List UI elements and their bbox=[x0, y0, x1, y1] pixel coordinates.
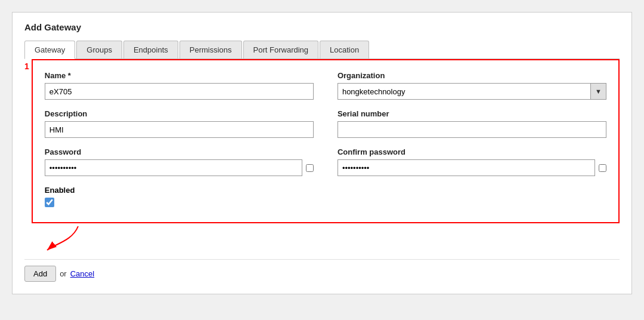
tab-bar: Gateway Groups Endpoints Permissions Por… bbox=[24, 41, 620, 59]
dropdown-arrow-icon: ▼ bbox=[590, 84, 606, 99]
cancel-link[interactable]: Cancel bbox=[70, 269, 94, 278]
form-footer: Add or Cancel bbox=[24, 259, 620, 282]
gateway-form-panel: Name * Organization hongketechnology ▼ bbox=[32, 59, 620, 223]
tab-permissions[interactable]: Permissions bbox=[179, 41, 242, 59]
name-label: Name * bbox=[45, 71, 314, 80]
password-show-checkbox[interactable] bbox=[306, 164, 314, 172]
annotation-arrow bbox=[42, 223, 114, 256]
tab-location[interactable]: Location bbox=[320, 41, 369, 59]
tab-port-forwarding[interactable]: Port Forwarding bbox=[243, 41, 318, 59]
serial-number-input[interactable] bbox=[338, 121, 606, 138]
tab-endpoints[interactable]: Endpoints bbox=[123, 41, 178, 59]
enabled-checkbox[interactable] bbox=[45, 198, 54, 207]
tab-groups[interactable]: Groups bbox=[76, 41, 122, 59]
add-button[interactable]: Add bbox=[24, 266, 56, 282]
enabled-field-group: Enabled bbox=[45, 186, 606, 209]
name-field-group: Name * bbox=[45, 71, 314, 100]
serial-number-label: Serial number bbox=[338, 109, 606, 118]
description-field-group: Description bbox=[45, 109, 314, 138]
organization-select-wrapper[interactable]: hongketechnology ▼ bbox=[338, 83, 606, 100]
enabled-label: Enabled bbox=[45, 186, 606, 195]
name-input[interactable] bbox=[45, 83, 314, 100]
step-number: 1 bbox=[24, 61, 29, 71]
organization-label: Organization bbox=[338, 71, 606, 80]
description-label: Description bbox=[45, 109, 314, 118]
confirm-password-input[interactable] bbox=[338, 159, 595, 176]
password-label: Password bbox=[45, 147, 314, 156]
description-input[interactable] bbox=[45, 121, 314, 138]
tab-gateway[interactable]: Gateway bbox=[24, 41, 75, 59]
confirm-password-input-wrapper bbox=[338, 159, 606, 176]
serial-number-field-group: Serial number bbox=[338, 109, 606, 138]
password-field-group: Password bbox=[45, 147, 314, 176]
confirm-password-field-group: Confirm password bbox=[338, 147, 606, 176]
password-input-wrapper bbox=[45, 159, 314, 176]
organization-field-group: Organization hongketechnology ▼ bbox=[338, 71, 606, 100]
confirm-password-label: Confirm password bbox=[338, 147, 606, 156]
confirm-password-show-checkbox[interactable] bbox=[599, 164, 606, 172]
password-input[interactable] bbox=[45, 159, 302, 176]
page-title: Add Gateway bbox=[24, 22, 620, 32]
organization-select[interactable]: hongketechnology bbox=[338, 84, 590, 99]
or-text: or bbox=[60, 269, 67, 278]
